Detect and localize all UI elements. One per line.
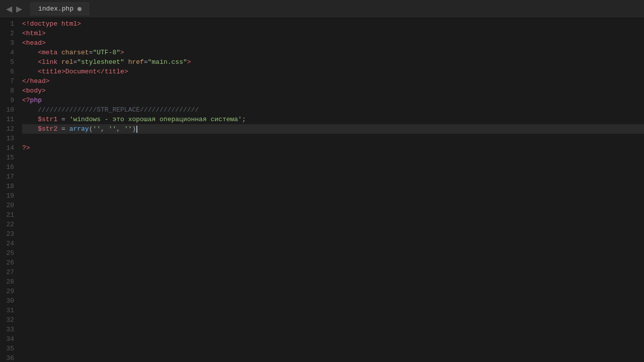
func: array xyxy=(69,124,89,134)
bracket: < xyxy=(38,57,42,67)
tag-name: title xyxy=(42,67,61,76)
line-num-36: 36 xyxy=(4,353,14,362)
line-num-10: 10 xyxy=(4,105,14,115)
tag-name: html xyxy=(26,29,42,38)
var: $str1 xyxy=(38,115,57,124)
code-line-14: ?> xyxy=(22,143,644,153)
line-num-32: 32 xyxy=(4,315,14,325)
bracket: > xyxy=(42,38,46,48)
code-area[interactable]: <!doctype html> <html> <head> <meta char… xyxy=(20,18,644,362)
line-num-5: 5 xyxy=(4,57,14,67)
line-num-31: 31 xyxy=(4,306,14,315)
comment: ///////////////STR_REPLACE//////////////… xyxy=(22,105,199,115)
code-line-29 xyxy=(22,287,644,296)
var: $str2 xyxy=(38,124,57,134)
code-line-16 xyxy=(22,162,644,172)
line-num-23: 23 xyxy=(4,229,14,239)
bracket: > xyxy=(61,67,65,76)
line-num-25: 25 xyxy=(4,248,14,258)
bracket: < xyxy=(22,38,26,48)
line-num-17: 17 xyxy=(4,172,14,182)
bracket: > xyxy=(46,76,50,86)
code-line-15 xyxy=(22,153,644,162)
line-num-27: 27 xyxy=(4,267,14,277)
bracket: > xyxy=(42,29,46,38)
line-num-30: 30 xyxy=(4,296,14,306)
code-line-9: <?php xyxy=(22,96,644,105)
tag-name: head xyxy=(30,76,46,86)
eq: = xyxy=(73,57,77,67)
punc: , xyxy=(101,124,109,134)
code-line-17 xyxy=(22,172,644,182)
sp xyxy=(124,57,128,67)
code-line-13 xyxy=(22,134,644,143)
eq: = xyxy=(89,48,93,57)
line-num-35: 35 xyxy=(4,344,14,353)
line-num-18: 18 xyxy=(4,182,14,191)
file-tab[interactable]: index.php xyxy=(30,2,90,16)
line-num-22: 22 xyxy=(4,220,14,229)
code-line-34 xyxy=(22,334,644,344)
punc: , xyxy=(116,124,124,134)
bracket: </ xyxy=(22,76,30,86)
line-numbers: 1 2 3 4 5 6 7 8 9 10 11 12 13 14 15 16 1… xyxy=(0,18,20,362)
code-line-6: <title>Document</title> xyxy=(22,67,644,76)
code-line-22 xyxy=(22,220,644,229)
nav-back-button[interactable]: ◀ xyxy=(4,4,14,14)
code-line-26 xyxy=(22,258,644,267)
code-line-31 xyxy=(22,306,644,315)
code-line-8: <body> xyxy=(22,86,644,96)
line-num-2: 2 xyxy=(4,29,14,38)
string: '' xyxy=(93,124,101,134)
line-num-24: 24 xyxy=(4,239,14,248)
line-num-4: 4 xyxy=(4,48,14,57)
string: '' xyxy=(124,124,132,134)
bracket: < xyxy=(22,19,26,29)
punc: ( xyxy=(89,124,93,134)
line-num-16: 16 xyxy=(4,162,14,172)
bracket: < xyxy=(38,48,42,57)
line-num-9: 9 xyxy=(4,96,14,105)
code-line-3: <head> xyxy=(22,38,644,48)
line-num-3: 3 xyxy=(4,38,14,48)
code-line-27 xyxy=(22,267,644,277)
bracket: ?> xyxy=(22,143,30,153)
attr: rel xyxy=(61,57,73,67)
line-num-29: 29 xyxy=(4,287,14,296)
string: '' xyxy=(109,124,117,134)
nav-controls[interactable]: ◀ ▶ xyxy=(4,4,24,14)
code-line-25 xyxy=(22,248,644,258)
tag-name: title xyxy=(105,67,124,76)
code-line-5: <link rel="stylesheet" href="main.css"> xyxy=(22,57,644,67)
nav-forward-button[interactable]: ▶ xyxy=(14,4,24,14)
line-num-26: 26 xyxy=(4,258,14,267)
code-line-10: ///////////////STR_REPLACE//////////////… xyxy=(22,105,644,115)
code-line-28 xyxy=(22,277,644,287)
line-num-34: 34 xyxy=(4,334,14,344)
line-num-1: 1 xyxy=(4,19,14,29)
line-num-12: 12 xyxy=(4,124,14,134)
bracket: > xyxy=(187,57,191,67)
code-line-33 xyxy=(22,325,644,334)
string: 'windows - это хорошая операционная сист… xyxy=(69,115,242,124)
attr: href xyxy=(128,57,144,67)
bracket: > xyxy=(77,19,81,29)
tab-modified-dot xyxy=(77,7,82,11)
attr: charset xyxy=(61,48,89,57)
code-line-21 xyxy=(22,210,644,220)
tag-name: head xyxy=(26,38,42,48)
indent xyxy=(22,124,38,134)
op: = xyxy=(57,124,69,134)
text-cursor xyxy=(136,126,137,133)
bracket: </ xyxy=(97,67,105,76)
line-num-20: 20 xyxy=(4,201,14,210)
tab-filename: index.php xyxy=(38,5,73,13)
line-num-6: 6 xyxy=(4,67,14,76)
code-line-35 xyxy=(22,344,644,353)
tag-name: body xyxy=(26,86,42,96)
code-line-30 xyxy=(22,296,644,306)
indent xyxy=(22,48,38,57)
code-line-24 xyxy=(22,239,644,248)
line-num-8: 8 xyxy=(4,86,14,96)
line-num-13: 13 xyxy=(4,134,14,143)
